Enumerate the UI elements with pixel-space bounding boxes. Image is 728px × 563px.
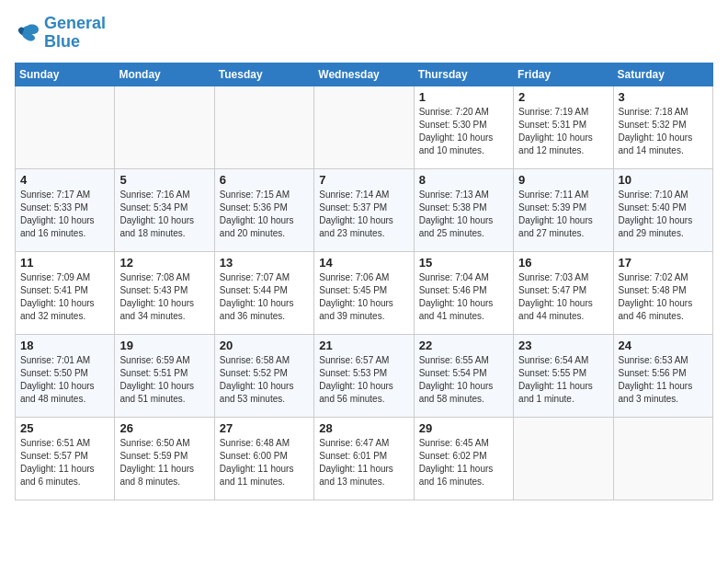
day-number: 12 [119,256,209,270]
calendar-cell: 3Sunrise: 7:18 AM Sunset: 5:32 PM Daylig… [613,86,712,168]
day-info: Sunrise: 6:54 AM Sunset: 5:55 PM Dayligh… [518,354,608,406]
calendar-cell: 14Sunrise: 7:06 AM Sunset: 5:45 PM Dayli… [314,251,414,334]
day-info: Sunrise: 7:06 AM Sunset: 5:45 PM Dayligh… [319,271,408,323]
day-info: Sunrise: 7:03 AM Sunset: 5:47 PM Dayligh… [518,271,608,323]
calendar-cell: 19Sunrise: 6:59 AM Sunset: 5:51 PM Dayli… [115,334,214,417]
calendar-cell: 20Sunrise: 6:58 AM Sunset: 5:52 PM Dayli… [214,334,313,417]
day-number: 3 [619,90,708,104]
calendar-cell [115,86,214,168]
calendar-cell: 25Sunrise: 6:51 AM Sunset: 5:57 PM Dayli… [16,417,115,500]
day-info: Sunrise: 7:01 AM Sunset: 5:50 PM Dayligh… [20,354,109,406]
calendar-cell: 9Sunrise: 7:11 AM Sunset: 5:39 PM Daylig… [514,168,613,251]
day-info: Sunrise: 7:08 AM Sunset: 5:43 PM Dayligh… [119,271,209,323]
day-info: Sunrise: 6:48 AM Sunset: 6:00 PM Dayligh… [220,437,309,488]
day-number: 20 [220,339,309,352]
logo-text: General Blue [44,15,106,52]
day-number: 24 [619,339,708,352]
calendar-cell: 15Sunrise: 7:04 AM Sunset: 5:46 PM Dayli… [414,251,513,334]
calendar-table: SundayMondayTuesdayWednesdayThursdayFrid… [15,63,713,500]
calendar-cell: 1Sunrise: 7:20 AM Sunset: 5:30 PM Daylig… [414,86,513,168]
day-number: 8 [419,173,508,187]
calendar-cell: 13Sunrise: 7:07 AM Sunset: 5:44 PM Dayli… [214,251,313,334]
day-info: Sunrise: 6:53 AM Sunset: 5:56 PM Dayligh… [619,354,708,406]
page-header: General Blue [15,15,713,52]
day-info: Sunrise: 6:58 AM Sunset: 5:52 PM Dayligh… [220,354,309,406]
calendar-cell: 12Sunrise: 7:08 AM Sunset: 5:43 PM Dayli… [115,251,214,334]
weekday-header-sunday: Sunday [16,63,115,86]
calendar-cell [16,86,115,168]
calendar-cell: 11Sunrise: 7:09 AM Sunset: 5:41 PM Dayli… [16,251,115,334]
logo: General Blue [15,15,106,52]
day-number: 5 [119,173,209,187]
calendar-header-row: SundayMondayTuesdayWednesdayThursdayFrid… [16,63,713,86]
day-info: Sunrise: 6:59 AM Sunset: 5:51 PM Dayligh… [119,354,209,406]
logo-icon [15,22,40,44]
day-info: Sunrise: 7:13 AM Sunset: 5:38 PM Dayligh… [419,189,508,240]
calendar-cell: 7Sunrise: 7:14 AM Sunset: 5:37 PM Daylig… [314,168,414,251]
day-info: Sunrise: 6:55 AM Sunset: 5:54 PM Dayligh… [419,354,508,406]
calendar-cell [314,86,414,168]
day-info: Sunrise: 7:02 AM Sunset: 5:48 PM Dayligh… [619,271,708,323]
day-number: 1 [419,90,508,104]
day-info: Sunrise: 7:16 AM Sunset: 5:34 PM Dayligh… [119,189,209,240]
calendar-cell [613,417,712,500]
day-info: Sunrise: 7:14 AM Sunset: 5:37 PM Dayligh… [319,189,408,240]
calendar-cell: 6Sunrise: 7:15 AM Sunset: 5:36 PM Daylig… [214,168,313,251]
day-info: Sunrise: 7:17 AM Sunset: 5:33 PM Dayligh… [20,189,109,240]
day-info: Sunrise: 7:11 AM Sunset: 5:39 PM Dayligh… [518,189,608,240]
calendar-cell: 23Sunrise: 6:54 AM Sunset: 5:55 PM Dayli… [514,334,613,417]
day-number: 26 [119,421,209,435]
day-number: 29 [419,421,508,435]
calendar-cell: 18Sunrise: 7:01 AM Sunset: 5:50 PM Dayli… [16,334,115,417]
day-number: 22 [419,339,508,352]
calendar-cell: 29Sunrise: 6:45 AM Sunset: 6:02 PM Dayli… [414,417,513,500]
day-number: 19 [119,339,209,352]
weekday-header-friday: Friday [514,63,613,86]
day-number: 25 [20,421,109,435]
calendar-cell: 27Sunrise: 6:48 AM Sunset: 6:00 PM Dayli… [214,417,313,500]
day-info: Sunrise: 7:09 AM Sunset: 5:41 PM Dayligh… [20,271,109,323]
weekday-header-wednesday: Wednesday [314,63,414,86]
weekday-header-saturday: Saturday [613,63,712,86]
calendar-cell [214,86,313,168]
day-number: 15 [419,256,508,270]
calendar-cell: 28Sunrise: 6:47 AM Sunset: 6:01 PM Dayli… [314,417,414,500]
weekday-header-monday: Monday [115,63,214,86]
day-number: 28 [319,421,408,435]
calendar-cell: 8Sunrise: 7:13 AM Sunset: 5:38 PM Daylig… [414,168,513,251]
calendar-cell: 26Sunrise: 6:50 AM Sunset: 5:59 PM Dayli… [115,417,214,500]
day-number: 10 [619,173,708,187]
calendar-cell: 21Sunrise: 6:57 AM Sunset: 5:53 PM Dayli… [314,334,414,417]
calendar-cell: 5Sunrise: 7:16 AM Sunset: 5:34 PM Daylig… [115,168,214,251]
day-number: 21 [319,339,408,352]
calendar-cell: 24Sunrise: 6:53 AM Sunset: 5:56 PM Dayli… [613,334,712,417]
calendar-cell: 22Sunrise: 6:55 AM Sunset: 5:54 PM Dayli… [414,334,513,417]
calendar-body: 1Sunrise: 7:20 AM Sunset: 5:30 PM Daylig… [16,86,713,500]
day-info: Sunrise: 7:19 AM Sunset: 5:31 PM Dayligh… [518,106,608,157]
day-number: 16 [518,256,608,270]
calendar-week-2: 4Sunrise: 7:17 AM Sunset: 5:33 PM Daylig… [16,168,713,251]
calendar-cell: 10Sunrise: 7:10 AM Sunset: 5:40 PM Dayli… [613,168,712,251]
day-info: Sunrise: 6:50 AM Sunset: 5:59 PM Dayligh… [119,437,209,488]
calendar-cell: 2Sunrise: 7:19 AM Sunset: 5:31 PM Daylig… [514,86,613,168]
day-number: 27 [220,421,309,435]
day-info: Sunrise: 7:20 AM Sunset: 5:30 PM Dayligh… [419,106,508,157]
calendar-cell: 16Sunrise: 7:03 AM Sunset: 5:47 PM Dayli… [514,251,613,334]
calendar-cell: 4Sunrise: 7:17 AM Sunset: 5:33 PM Daylig… [16,168,115,251]
calendar-week-4: 18Sunrise: 7:01 AM Sunset: 5:50 PM Dayli… [16,334,713,417]
day-number: 17 [619,256,708,270]
day-info: Sunrise: 6:47 AM Sunset: 6:01 PM Dayligh… [319,437,408,488]
day-number: 18 [20,339,109,352]
day-number: 6 [220,173,309,187]
day-number: 14 [319,256,408,270]
day-number: 4 [20,173,109,187]
day-info: Sunrise: 7:07 AM Sunset: 5:44 PM Dayligh… [220,271,309,323]
weekday-header-thursday: Thursday [414,63,513,86]
calendar-week-5: 25Sunrise: 6:51 AM Sunset: 5:57 PM Dayli… [16,417,713,500]
day-number: 23 [518,339,608,352]
calendar-cell: 17Sunrise: 7:02 AM Sunset: 5:48 PM Dayli… [613,251,712,334]
day-info: Sunrise: 7:04 AM Sunset: 5:46 PM Dayligh… [419,271,508,323]
calendar-week-3: 11Sunrise: 7:09 AM Sunset: 5:41 PM Dayli… [16,251,713,334]
day-info: Sunrise: 7:18 AM Sunset: 5:32 PM Dayligh… [619,106,708,157]
day-info: Sunrise: 7:10 AM Sunset: 5:40 PM Dayligh… [619,189,708,240]
